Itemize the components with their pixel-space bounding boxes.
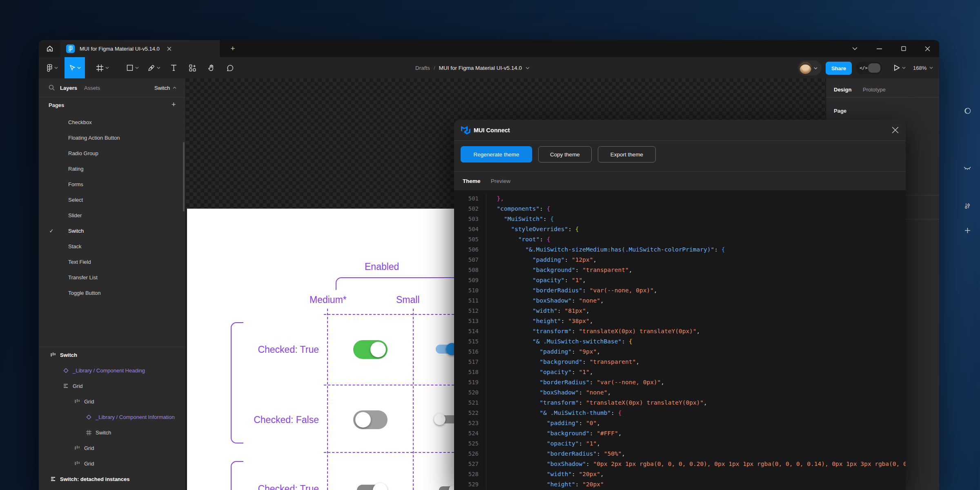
tab-theme[interactable]: Theme	[463, 172, 481, 190]
layer-item[interactable]: Grid	[39, 378, 185, 394]
tab-design[interactable]: Design	[834, 87, 851, 93]
switch-small-checked-gray[interactable]	[439, 486, 454, 490]
code-text: "boxShadow": "0px 2px 1px rgba(0, 0, 0, …	[486, 459, 906, 469]
switch-medium-unchecked[interactable]	[353, 410, 388, 429]
page-item[interactable]: Rating	[39, 161, 185, 176]
window-minimize-icon[interactable]	[870, 40, 888, 57]
add-page-button[interactable]: +	[172, 100, 176, 109]
page-item[interactable]: Toggle Button	[39, 285, 185, 300]
code-line: 529"height": "20px"	[454, 479, 906, 490]
chevron-down-icon	[54, 67, 58, 69]
page-item[interactable]: Stack	[39, 238, 185, 254]
actions-button[interactable]	[186, 57, 199, 78]
layer-item[interactable]: Grid	[39, 456, 185, 471]
tab-assets[interactable]: Assets	[84, 78, 100, 97]
comment-tool-button[interactable]	[223, 57, 237, 78]
window-menu-chevron-icon[interactable]	[846, 40, 864, 57]
export-theme-button[interactable]: Export theme	[598, 146, 656, 163]
page-item[interactable]: Floating Action Button	[39, 130, 185, 145]
plus-icon[interactable]	[963, 226, 972, 235]
breadcrumb-folder[interactable]: Drafts	[415, 65, 430, 71]
column-header-small: Small	[396, 294, 420, 305]
page-item[interactable]: Text Field	[39, 254, 185, 270]
page-item[interactable]: Select	[39, 192, 185, 207]
main-menu-button[interactable]	[44, 57, 61, 78]
file-tab[interactable]: MUI for Figma Material UI-v5.14.0	[60, 40, 220, 57]
code-line: 517"background": "transparent",	[454, 357, 906, 367]
code-text: "opacity": "1",	[486, 367, 595, 377]
line-number: 528	[454, 469, 486, 479]
sliders-icon[interactable]	[963, 202, 972, 211]
pages-scrollbar[interactable]	[183, 142, 185, 212]
search-icon[interactable]	[49, 85, 55, 91]
code-line: 506"&.MuiSwitch-sizeMedium:has(.MuiSwitc…	[454, 245, 906, 255]
line-number: 503	[454, 214, 486, 224]
tab-layers[interactable]: Layers	[60, 78, 77, 97]
page-item[interactable]: Checkbox	[39, 114, 185, 130]
page-item-label: Switch	[68, 228, 84, 234]
column-header-medium: Medium*	[310, 294, 347, 305]
breadcrumb-file-name[interactable]: MUI for Figma Material UI-v5.14.0	[439, 65, 522, 71]
zoom-level: 168%	[913, 65, 927, 71]
page-item[interactable]: Radio Group	[39, 145, 185, 161]
layer-item[interactable]: _Library / Component Information	[39, 409, 185, 425]
vertical-bars-icon	[74, 444, 81, 452]
variable-disc-icon[interactable]	[963, 106, 972, 115]
horizontal-bars-icon	[62, 382, 69, 390]
layer-item[interactable]: Switch: detached instances	[39, 471, 185, 487]
dev-mode-toggle[interactable]: </>	[856, 62, 882, 74]
modal-close-icon[interactable]	[892, 127, 899, 134]
panel-divider	[826, 97, 939, 98]
switch-medium-checked-gray[interactable]	[357, 485, 380, 490]
window-maximize-icon[interactable]	[895, 40, 913, 57]
copy-theme-button[interactable]: Copy theme	[538, 146, 592, 163]
switch-thumb	[370, 342, 386, 357]
hand-tool-button[interactable]	[205, 57, 218, 78]
switch-thumb	[434, 414, 445, 425]
tab-prototype[interactable]: Prototype	[863, 87, 886, 93]
layer-item[interactable]: _Library / Component Heading	[39, 363, 185, 378]
regenerate-theme-button[interactable]: Regenerate theme	[461, 146, 532, 163]
mui-logo-icon	[461, 126, 470, 135]
page-item-label: Floating Action Button	[68, 135, 120, 141]
tab-close-icon[interactable]	[167, 47, 172, 51]
window-tab-bar: MUI for Figma Material UI-v5.14.0 +	[39, 40, 939, 57]
page-item[interactable]: ✓Switch	[39, 223, 185, 238]
share-button[interactable]: Share	[826, 62, 852, 75]
frame-tool-button[interactable]	[93, 57, 112, 78]
move-tool-button[interactable]	[65, 57, 85, 78]
page-item[interactable]: Transfer List	[39, 270, 185, 285]
theme-code-editor[interactable]: 501},502"components": {503"MuiSwitch": {…	[454, 190, 906, 490]
new-tab-button[interactable]: +	[225, 40, 241, 57]
tab-preview[interactable]: Preview	[491, 172, 510, 190]
main-toolbar: Drafts / MUI for Figma Material UI-v5.14…	[39, 57, 939, 79]
home-button[interactable]	[39, 40, 61, 57]
account-menu[interactable]	[798, 60, 822, 76]
page-selector[interactable]: Switch	[154, 78, 176, 97]
grid-dashed-line	[413, 309, 414, 490]
code-text: "transform": "translateX(0px) translateY…	[486, 398, 709, 408]
code-line: 509"opacity": "1",	[454, 275, 906, 285]
switch-medium-checked-green[interactable]	[353, 340, 388, 359]
layer-item[interactable]: Switch	[39, 425, 185, 440]
layer-item[interactable]: Switch	[39, 347, 185, 363]
page-item[interactable]: Slider	[39, 207, 185, 223]
zoom-menu[interactable]: 168%	[910, 57, 936, 78]
vertical-bars-icon	[49, 351, 57, 359]
present-button[interactable]	[891, 57, 909, 78]
page-item[interactable]: Forms	[39, 176, 185, 192]
row-label: Checked: False	[254, 414, 319, 425]
layer-item[interactable]: Grid	[39, 440, 185, 456]
line-number: 518	[454, 367, 486, 377]
chevron-down-icon	[157, 67, 160, 69]
code-line: 507"padding": "12px",	[454, 255, 906, 265]
chevron-down-icon[interactable]	[526, 67, 530, 69]
text-tool-button[interactable]	[167, 57, 180, 78]
window-close-icon[interactable]	[918, 40, 936, 57]
code-text: "padding": "0",	[486, 418, 602, 428]
layer-item[interactable]: Switch: notifications control	[39, 487, 185, 490]
closed-eye-icon[interactable]	[963, 164, 972, 173]
shape-tool-button[interactable]	[123, 57, 142, 78]
layer-item[interactable]: Grid	[39, 394, 185, 409]
pen-tool-button[interactable]	[145, 57, 164, 78]
